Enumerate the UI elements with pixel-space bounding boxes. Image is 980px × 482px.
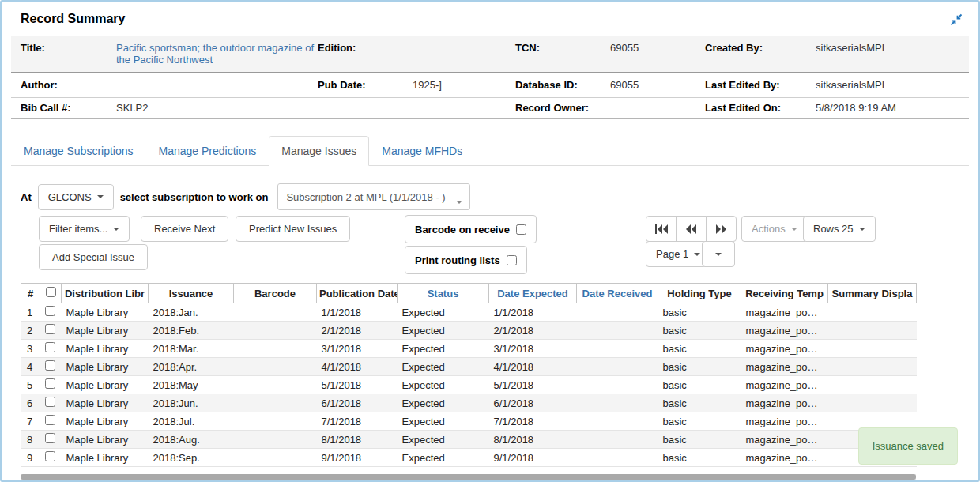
row-checkbox[interactable] xyxy=(45,397,55,407)
filter-items-button[interactable]: Filter items... xyxy=(39,216,130,242)
bib-call-label: Bib Call #: xyxy=(21,102,116,114)
cell-publication_date: 6/1/2018 xyxy=(317,394,398,412)
title-value[interactable]: Pacific sportsman; the outdoor magazine … xyxy=(116,42,318,66)
issue-row: 7Maple Library2018:Jul.7/1/2018Expected7… xyxy=(21,412,917,431)
receive-next-button[interactable]: Receive Next xyxy=(141,216,228,242)
column-header-receiving_template: Receiving Temp xyxy=(741,284,828,303)
tab-manage-issues[interactable]: Manage Issues xyxy=(269,136,369,166)
edition-label: Edition: xyxy=(318,42,413,54)
row-number-link[interactable]: 3 xyxy=(21,340,40,358)
row-checkbox[interactable] xyxy=(45,433,55,443)
select-caret-icon xyxy=(456,194,462,206)
cell-receiving_template: magazine_po… xyxy=(741,431,828,449)
cell-summary_display xyxy=(828,303,917,322)
row-checkbox[interactable] xyxy=(45,360,55,371)
summary-row-1: Title: Pacific sportsman; the outdoor ma… xyxy=(11,36,969,73)
toast-notification: Issuance saved xyxy=(858,427,958,465)
barcode-on-receive-checkbox[interactable] xyxy=(516,224,526,235)
row-select-cell xyxy=(40,431,62,449)
issues-grid: #Distribution LibrIssuanceBarcodePublica… xyxy=(21,283,917,467)
column-header-date_expected[interactable]: Date Expected xyxy=(489,284,577,303)
page-title: Record Summary xyxy=(21,12,126,26)
pub-date-value: 1925-] xyxy=(413,79,515,91)
row-number-link[interactable]: 1 xyxy=(21,303,40,322)
cell-publication_date: 9/1/2018 xyxy=(317,449,398,467)
row-select-cell xyxy=(40,322,62,340)
row-number-link[interactable]: 9 xyxy=(21,449,40,467)
cell-issuance: 2018:Feb. xyxy=(149,322,234,340)
cell-status: Expected xyxy=(398,412,489,431)
row-checkbox[interactable] xyxy=(45,415,55,425)
cell-date_received xyxy=(577,303,658,322)
previous-page-button[interactable] xyxy=(676,216,707,242)
caret-down-icon xyxy=(694,253,700,256)
tab-manage-predictions[interactable]: Manage Predictions xyxy=(146,136,270,166)
next-page-button[interactable] xyxy=(706,216,737,242)
row-number-link[interactable]: 8 xyxy=(21,431,40,449)
cell-summary_display xyxy=(828,358,917,376)
cell-status: Expected xyxy=(398,340,489,358)
horizontal-scrollbar[interactable] xyxy=(21,474,916,480)
row-select-cell xyxy=(40,376,62,394)
caret-down-icon xyxy=(859,228,865,231)
first-page-button[interactable] xyxy=(646,216,677,242)
org-select-label: GLCONS xyxy=(48,191,92,203)
rows-per-page-button[interactable]: Rows 25 xyxy=(803,216,876,242)
cell-date_expected: 6/1/2018 xyxy=(489,394,577,412)
row-checkbox[interactable] xyxy=(45,306,55,316)
row-select-cell xyxy=(40,303,62,322)
actions-label: Actions xyxy=(752,223,786,235)
collapse-icon[interactable] xyxy=(950,12,963,28)
row-number-link[interactable]: 2 xyxy=(21,322,40,340)
row-checkbox[interactable] xyxy=(45,378,55,389)
cell-summary_display xyxy=(828,394,917,412)
cell-barcode xyxy=(234,431,317,449)
issue-row: 2Maple Library2018:Feb.2/1/2018Expected2… xyxy=(21,322,917,340)
cell-status: Expected xyxy=(398,449,489,467)
cell-status: Expected xyxy=(398,322,489,340)
subscription-prompt: select subscription to work on xyxy=(120,191,269,203)
actions-button[interactable]: Actions xyxy=(741,216,808,242)
predict-new-issues-button[interactable]: Predict New Issues xyxy=(236,216,350,242)
cell-date_received xyxy=(577,394,658,412)
cell-holding_type: basic xyxy=(658,394,741,412)
cell-receiving_template: magazine_po… xyxy=(741,303,828,322)
cell-publication_date: 1/1/2018 xyxy=(317,303,398,322)
toast-message: Issuance saved xyxy=(873,440,944,452)
at-label: At xyxy=(21,191,32,203)
row-checkbox[interactable] xyxy=(45,342,55,352)
tab-manage-mfhds[interactable]: Manage MFHDs xyxy=(369,136,475,166)
scrollbar-thumb[interactable] xyxy=(21,474,916,480)
row-number-link[interactable]: 7 xyxy=(21,412,40,431)
pub-date-label: Pub Date: xyxy=(318,79,413,91)
record-summary-table: Title: Pacific sportsman; the outdoor ma… xyxy=(11,36,969,119)
cell-library: Maple Library xyxy=(62,340,149,358)
row-number-link[interactable]: 4 xyxy=(21,358,40,376)
cell-issuance: 2018:May xyxy=(149,376,234,394)
tab-manage-subscriptions[interactable]: Manage Subscriptions xyxy=(11,136,146,166)
select-all-checkbox[interactable] xyxy=(46,287,56,297)
org-select-button[interactable]: GLCONS xyxy=(38,184,114,210)
cell-summary_display xyxy=(828,322,917,340)
cell-barcode xyxy=(234,358,317,376)
toolbar: Filter items... Receive Next Predict New… xyxy=(21,215,959,273)
cell-library: Maple Library xyxy=(62,358,149,376)
column-header-status[interactable]: Status xyxy=(398,284,489,303)
row-number-link[interactable]: 5 xyxy=(21,376,40,394)
issue-row: 3Maple Library2018:Mar.3/1/2018Expected3… xyxy=(21,340,917,358)
cell-issuance: 2018:Jun. xyxy=(149,394,234,412)
page-jump-caret-button[interactable] xyxy=(702,241,735,267)
cell-barcode xyxy=(234,449,317,467)
column-header-date_received[interactable]: Date Received xyxy=(577,284,658,303)
row-select-cell xyxy=(40,358,62,376)
cell-publication_date: 3/1/2018 xyxy=(317,340,398,358)
row-checkbox[interactable] xyxy=(45,324,55,334)
subscription-select[interactable]: Subscription 2 at MPL (1/1/2018 - ) xyxy=(277,183,469,210)
add-special-issue-button[interactable]: Add Special Issue xyxy=(39,244,148,270)
row-number-link[interactable]: 6 xyxy=(21,394,40,412)
issue-row: 8Maple Library2018:Aug.8/1/2018Expected8… xyxy=(21,431,917,449)
page-select-button[interactable]: Page 1 xyxy=(646,241,710,267)
row-checkbox[interactable] xyxy=(45,451,55,461)
print-routing-lists-checkbox[interactable] xyxy=(507,255,517,265)
column-header-issuance: Issuance xyxy=(149,284,234,303)
